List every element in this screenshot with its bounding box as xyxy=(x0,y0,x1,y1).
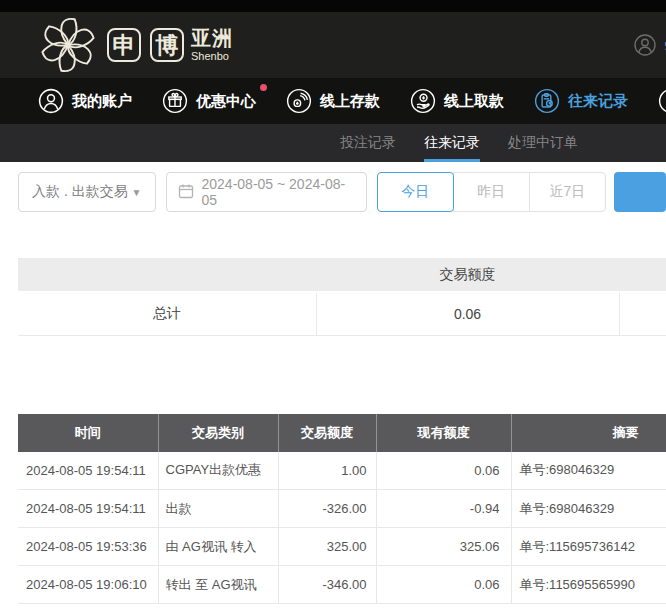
table-cell: CGPAY出款优惠 xyxy=(158,452,278,490)
date-range-value: 2024-08-05 ~ 2024-08-05 xyxy=(202,176,355,208)
summary-header-row: 交易额度 xyxy=(18,258,666,292)
column-header-amount: 交易额度 xyxy=(278,414,376,452)
logo-text: 亚洲 Shenbo xyxy=(191,28,233,62)
nav-item-deposit[interactable]: 线上存款 xyxy=(286,88,380,114)
yesterday-button[interactable]: 昨日 xyxy=(453,172,530,212)
search-button[interactable] xyxy=(614,172,666,212)
top-strip xyxy=(0,0,666,12)
table-row: 2024-08-05 19:54:11出款-326.00-0.94单号:6980… xyxy=(18,490,666,528)
quick-date-buttons: 今日 昨日 近7日 xyxy=(377,172,606,212)
transactions-body: 2024-08-05 19:54:11CGPAY出款优惠1.000.06单号:6… xyxy=(18,452,666,604)
table-row: 2024-08-05 19:53:36由 AG视讯 转入325.00325.06… xyxy=(18,528,666,566)
records-icon xyxy=(534,88,560,114)
notification-dot xyxy=(260,84,267,91)
user-icon xyxy=(38,88,64,114)
chevron-down-icon: ▼ xyxy=(132,187,142,198)
column-header-memo: 摘要 xyxy=(511,414,666,452)
transactions-table: 时间 交易类别 交易额度 现有额度 摘要 2024-08-05 19:54:11… xyxy=(18,414,666,605)
column-header-time: 时间 xyxy=(18,414,158,452)
column-header-type: 交易类别 xyxy=(158,414,278,452)
column-header-balance: 现有额度 xyxy=(376,414,511,452)
summary-total-label: 总计 xyxy=(18,292,316,335)
calendar-icon xyxy=(178,183,194,202)
summary-header-empty xyxy=(18,258,316,292)
table-cell: 单号:115695736142 xyxy=(511,528,666,566)
nav-item-promotions[interactable]: 优惠中心 xyxy=(162,88,256,114)
user-avatar-icon xyxy=(633,33,657,57)
flower-logo-icon xyxy=(38,15,98,75)
nav-label: 我的账户 xyxy=(72,92,132,111)
main-nav: 我的账户 优惠中心 线上存款 xyxy=(0,78,666,124)
table-cell: 转出 至 AG视讯 xyxy=(158,566,278,604)
summary-total-value: 0.06 xyxy=(316,292,619,335)
tab-pending-orders[interactable]: 处理中订单 xyxy=(508,124,578,162)
summary-header-cutoff xyxy=(619,258,666,292)
logo-char-shen: 申 xyxy=(107,28,141,62)
gift-icon xyxy=(162,88,188,114)
withdraw-icon xyxy=(410,88,436,114)
logo-char-bo: 博 xyxy=(150,28,184,62)
logo[interactable]: 申 博 亚洲 Shenbo xyxy=(38,15,233,75)
table-cell: -346.00 xyxy=(278,566,376,604)
tab-transaction-records[interactable]: 往来记录 xyxy=(424,124,480,162)
table-cell: 325.00 xyxy=(278,528,376,566)
summary-table: 交易额度 总计 0.06 xyxy=(18,258,666,336)
table-cell: 2024-08-05 19:54:11 xyxy=(18,490,158,528)
table-cell: 325.06 xyxy=(376,528,511,566)
table-cell: 单号:698046329 xyxy=(511,452,666,490)
transactions-header-row: 时间 交易类别 交易额度 现有额度 摘要 xyxy=(18,414,666,452)
deposit-icon xyxy=(286,88,312,114)
table-cell: 单号:115695565990 xyxy=(511,566,666,604)
circle-icon xyxy=(658,88,666,114)
today-button[interactable]: 今日 xyxy=(377,172,454,212)
summary-total-cutoff xyxy=(619,292,666,335)
nav-label: 线上取款 xyxy=(444,92,504,111)
logo-subtitle: Shenbo xyxy=(191,51,233,62)
table-row: 2024-08-05 19:06:10转出 至 AG视讯-346.000.06单… xyxy=(18,566,666,604)
table-cell: 1.00 xyxy=(278,452,376,490)
table-cell: -326.00 xyxy=(278,490,376,528)
table-cell: 2024-08-05 19:53:36 xyxy=(18,528,158,566)
nav-label: 往来记录 xyxy=(568,92,628,111)
summary-total-row: 总计 0.06 xyxy=(18,292,666,335)
filter-bar: 入款 . 出款交易 ▼ 2024-08-05 ~ 2024-08-05 今日 昨… xyxy=(18,172,666,212)
nav-item-more[interactable] xyxy=(658,88,666,114)
transaction-type-select[interactable]: 入款 . 出款交易 ▼ xyxy=(18,172,156,212)
table-cell: 0.06 xyxy=(376,452,511,490)
select-value: 入款 . 出款交易 xyxy=(32,183,128,201)
tab-betting-records[interactable]: 投注记录 xyxy=(340,124,396,162)
nav-item-withdraw[interactable]: 线上取款 xyxy=(410,88,504,114)
table-cell: 0.06 xyxy=(376,566,511,604)
logo-region: 亚洲 xyxy=(191,28,233,48)
last-7-days-button[interactable]: 近7日 xyxy=(529,172,606,212)
summary-header-amount: 交易额度 xyxy=(316,258,619,292)
brand-bar: 申 博 亚洲 Shenbo 9y xyxy=(0,12,666,78)
table-cell: 2024-08-05 19:54:11 xyxy=(18,452,158,490)
nav-item-my-account[interactable]: 我的账户 xyxy=(38,88,132,114)
nav-label: 线上存款 xyxy=(320,92,380,111)
user-area[interactable]: 9y xyxy=(633,12,666,78)
sub-nav: 投注记录 往来记录 处理中订单 xyxy=(0,124,666,162)
table-cell: 单号:698046329 xyxy=(511,490,666,528)
table-cell: -0.94 xyxy=(376,490,511,528)
table-cell: 出款 xyxy=(158,490,278,528)
table-row: 2024-08-05 19:54:11CGPAY出款优惠1.000.06单号:6… xyxy=(18,452,666,490)
table-cell: 由 AG视讯 转入 xyxy=(158,528,278,566)
date-range-input[interactable]: 2024-08-05 ~ 2024-08-05 xyxy=(166,172,367,212)
table-cell: 2024-08-05 19:06:10 xyxy=(18,566,158,604)
nav-label: 优惠中心 xyxy=(196,92,256,111)
nav-item-transaction-records[interactable]: 往来记录 xyxy=(534,88,628,114)
